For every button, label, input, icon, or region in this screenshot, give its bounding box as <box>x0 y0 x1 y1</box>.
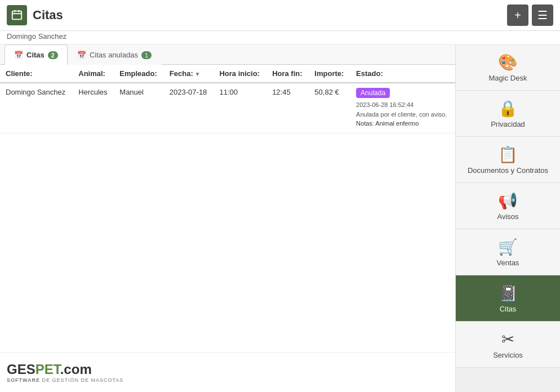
cell-empleado: Manuel <box>114 83 164 133</box>
cell-importe: 50,82 € <box>309 83 350 133</box>
sidebar-item-avisos[interactable]: 📢 Avisos <box>456 183 560 229</box>
cart-icon: 🛒 <box>498 239 518 255</box>
table-wrapper: Cliente: Animal: Empleado: Fecha: Hora i… <box>0 65 455 352</box>
top-bar: Citas + ☰ <box>0 0 560 31</box>
tab-citas-anuladas-badge: 1 <box>141 51 152 59</box>
sidebar-item-servicios-label: Servicios <box>493 351 523 359</box>
table-header-row: Cliente: Animal: Empleado: Fecha: Hora i… <box>0 65 455 83</box>
sidebar-item-avisos-label: Avisos <box>497 212 518 221</box>
sidebar: 🎨 Magic Desk 🔒 Privacidad 📋 Documentos y… <box>455 44 560 392</box>
menu-button[interactable]: ☰ <box>532 5 553 26</box>
page-title: Citas <box>33 8 63 23</box>
sidebar-item-documentos[interactable]: 📋 Documentos y Contratos <box>456 137 560 183</box>
sidebar-item-servicios[interactable]: ✂ Servicios <box>456 322 560 368</box>
add-button[interactable]: + <box>507 5 528 26</box>
col-animal[interactable]: Animal: <box>73 65 114 83</box>
col-fecha[interactable]: Fecha: <box>164 65 214 83</box>
cell-animal: Hercules <box>73 83 114 133</box>
tab-citas-label: Citas <box>26 51 45 59</box>
notes-label: Notas: <box>356 120 374 127</box>
palette-icon: 🎨 <box>498 55 518 70</box>
calendar-icon <box>11 9 23 21</box>
col-importe[interactable]: Importe: <box>309 65 350 83</box>
sidebar-item-documentos-label: Documentos y Contratos <box>468 166 548 175</box>
lock-icon: 🔒 <box>498 101 518 117</box>
status-date: 2023-06-28 16:52:44 <box>356 100 450 110</box>
tabs: 📅 Citas 2 📅 Citas anuladas 1 <box>0 44 455 65</box>
col-empleado[interactable]: Empleado: <box>114 65 164 83</box>
col-cliente[interactable]: Cliente: <box>0 65 73 83</box>
logo-sub: SOFTWARE DE GESTIÓN DE MASCOTAS <box>7 377 448 383</box>
sidebar-item-citas-label: Citas <box>500 305 517 313</box>
tab-citas-badge: 2 <box>48 51 58 59</box>
cell-hora-inicio: 11:00 <box>214 83 266 133</box>
logo-area: GESPET.com SOFTWARE DE GESTIÓN DE MASCOT… <box>0 352 455 392</box>
cell-estado: Anulada 2023-06-28 16:52:44 Anulada por … <box>350 83 455 133</box>
status-desc: Anulada por el cliente, con aviso. <box>356 110 450 119</box>
top-bar-actions: + ☰ <box>507 5 553 26</box>
tab-citas-anuladas[interactable]: 📅 Citas anuladas 1 <box>68 44 161 65</box>
notes-value: Animal enfermo <box>375 120 419 127</box>
logo-com: .com <box>60 362 92 377</box>
status-notes: Notas: Animal enfermo <box>356 119 450 128</box>
sidebar-item-privacidad-label: Privacidad <box>491 120 525 128</box>
sidebar-item-ventas-label: Ventas <box>497 259 519 267</box>
cell-cliente: Domingo Sanchez <box>0 83 73 133</box>
sidebar-item-ventas[interactable]: 🛒 Ventas <box>456 229 560 275</box>
sidebar-item-privacidad[interactable]: 🔒 Privacidad <box>456 91 560 137</box>
logo-sub2: DE GESTIÓN DE MASCOTAS <box>42 377 124 383</box>
tab-citas[interactable]: 📅 Citas 2 <box>5 44 68 65</box>
tab-citas-anuladas-icon: 📅 <box>77 51 86 59</box>
sidebar-item-magic-desk[interactable]: 🎨 Magic Desk <box>456 44 560 91</box>
col-hora-inicio[interactable]: Hora inicio: <box>214 65 266 83</box>
logo-sub1: SOFTWARE <box>7 377 40 383</box>
appointments-table: Cliente: Animal: Empleado: Fecha: Hora i… <box>0 65 455 133</box>
logo-text: GESPET.com <box>7 362 448 377</box>
status-badge: Anulada <box>356 88 390 98</box>
megaphone-icon: 📢 <box>498 193 518 209</box>
main-layout: 📅 Citas 2 📅 Citas anuladas 1 Cliente: An… <box>0 44 560 392</box>
scissors-icon: ✂ <box>501 332 514 348</box>
tab-citas-anuladas-label: Citas anuladas <box>90 51 138 59</box>
logo-ges: GES <box>7 362 35 377</box>
content-area: 📅 Citas 2 📅 Citas anuladas 1 Cliente: An… <box>0 44 455 392</box>
document-icon: 📋 <box>498 147 518 163</box>
app-icon <box>7 5 27 25</box>
svg-rect-0 <box>12 11 22 20</box>
status-details: 2023-06-28 16:52:44 Anulada por el clien… <box>356 100 450 128</box>
col-hora-fin[interactable]: Hora fin: <box>266 65 309 83</box>
cell-hora-fin: 12:45 <box>266 83 309 133</box>
subtitle: Domingo Sanchez <box>0 31 560 44</box>
table-row: Domingo Sanchez Hercules Manuel 2023-07-… <box>0 83 455 133</box>
sidebar-item-magic-desk-label: Magic Desk <box>489 74 527 82</box>
tab-citas-icon: 📅 <box>14 51 23 59</box>
cell-fecha: 2023-07-18 <box>164 83 214 133</box>
col-estado[interactable]: Estado: <box>350 65 455 83</box>
notebook-icon: 📓 <box>498 286 518 301</box>
top-bar-left: Citas <box>7 5 63 25</box>
sidebar-item-citas[interactable]: 📓 Citas <box>456 275 560 322</box>
logo-pet: PET <box>35 362 60 377</box>
